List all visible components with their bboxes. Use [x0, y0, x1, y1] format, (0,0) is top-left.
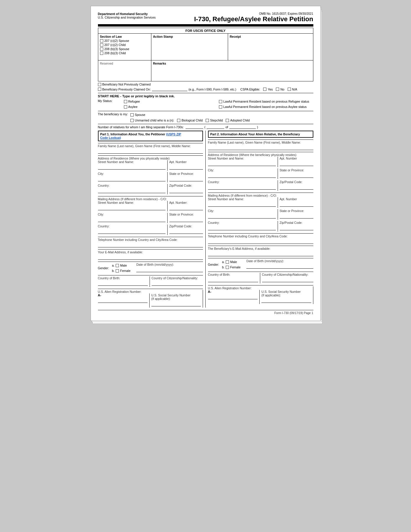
bene-city-field[interactable]	[208, 173, 276, 178]
mailing-city-state-row: City: State or Province:	[98, 213, 203, 223]
bene-mailing-street-field[interactable]	[208, 201, 276, 207]
mailing-state-field[interactable]	[169, 217, 203, 222]
bene-citizenship-label: Country of Citizenship/Nationality:	[262, 273, 313, 276]
bene-mailing-zip-field[interactable]	[280, 225, 313, 230]
bene-alien-inner: A- U.S. Social Security Number(If applic…	[208, 290, 311, 304]
alien-num-field[interactable]	[98, 298, 148, 303]
alien-reg-row: U.S. Alien Registration Number: A- U.S. …	[98, 290, 203, 308]
bene-street-field[interactable]	[208, 161, 276, 166]
cb-208-b3-spouse[interactable]	[100, 47, 103, 51]
zip-field-wrapper: Zip/Postal Code:	[168, 184, 203, 194]
citizenship-field[interactable]	[152, 280, 203, 286]
apt-field[interactable]	[169, 164, 203, 170]
zip-field[interactable]	[169, 188, 203, 193]
mailing-country-field[interactable]	[98, 229, 166, 234]
bene-email-field[interactable]	[208, 251, 313, 256]
cb-207-c2-spouse[interactable]	[100, 39, 103, 42]
cb-cspa-yes[interactable]	[263, 88, 266, 91]
bene-ssn-wrapper: U.S. Social Security Number(If applicabl…	[260, 290, 311, 304]
cb-cspa-na[interactable]	[288, 88, 291, 91]
status-options: Refugee Lawful Permanent Resident based …	[124, 99, 310, 109]
birth-country-field[interactable]	[98, 280, 148, 286]
mailing-city-field[interactable]	[98, 217, 166, 222]
agency-info: Department of Homeland Security U.S. Cit…	[98, 12, 156, 19]
bene-mailing-city-field[interactable]	[208, 213, 276, 219]
bene-claimed-field[interactable]	[152, 87, 187, 91]
cb-gender-male[interactable]	[116, 264, 119, 267]
bene-country-field[interactable]	[208, 184, 276, 190]
part1-header: Part 1. Information About You, the Petit…	[98, 131, 203, 141]
bene-dob-wrapper: Date of Birth (mm/dd/yyyy):	[243, 259, 313, 270]
part2-col: Part 2. Information About Your Alien Rel…	[206, 131, 313, 308]
spouse-label: Spouse	[135, 113, 145, 116]
cb-stepchild[interactable]	[206, 119, 209, 122]
bene-ssn-field[interactable]	[261, 298, 311, 303]
remarks-label: Remarks	[153, 62, 166, 65]
cb-bene-claimed[interactable]	[98, 88, 101, 91]
bene-alien-reg-wrapper: U.S. Alien Registration Number: A- U.S. …	[208, 286, 313, 304]
bene-apt-field[interactable]	[280, 161, 313, 166]
bene-family-name-field[interactable]	[208, 145, 313, 150]
cb-asylee[interactable]	[124, 105, 127, 109]
bene-birth-country-field[interactable]	[208, 277, 258, 282]
bene-zip-field[interactable]	[280, 184, 313, 190]
bene-dob-field[interactable]	[246, 263, 313, 269]
cb-207-c2-child[interactable]	[100, 43, 103, 47]
telephone-field[interactable]	[98, 242, 203, 247]
no-label: No	[280, 88, 284, 91]
bene-gender-female-row: b. Female	[222, 265, 240, 269]
street-field[interactable]	[98, 164, 166, 170]
cb-lpr-asylee[interactable]	[219, 105, 222, 109]
cb-refugee[interactable]	[124, 100, 127, 103]
street-field-wrapper: Street Number and Name:	[98, 160, 168, 171]
birth-citizenship-row: Country of Birth: Country of Citizenship…	[98, 276, 203, 287]
part2-address-section: Address of Residence (Where the benefici…	[208, 152, 313, 191]
relatives-count-field[interactable]	[186, 125, 203, 129]
cb-gender-female[interactable]	[116, 269, 119, 272]
cb-biological-child[interactable]	[177, 119, 180, 122]
cb-unmarried-child[interactable]	[130, 119, 134, 122]
state-field[interactable]	[169, 176, 203, 181]
ssn-field[interactable]	[151, 301, 201, 306]
relatives-sub-count[interactable]	[207, 125, 224, 129]
cb-lpr-refugee[interactable]	[219, 100, 222, 103]
bene-state-field[interactable]	[280, 173, 313, 178]
cb-row-4: 208 (b)(3) Child	[100, 51, 149, 55]
cb-adopted-child[interactable]	[226, 119, 229, 122]
top-black-bar	[98, 24, 313, 27]
cb-spouse[interactable]	[130, 113, 134, 116]
relatives-total[interactable]	[229, 125, 256, 129]
bene-telephone-field[interactable]	[208, 239, 313, 244]
cb-row-1: 207 (c)(2) Spouse	[100, 39, 149, 42]
bene-mailing-state-field[interactable]	[280, 213, 313, 219]
cb-bene-gender-male[interactable]	[226, 260, 229, 264]
address-label: Address of Residence (Where you physical…	[98, 157, 203, 160]
cb-bene-gender-female[interactable]	[226, 266, 229, 269]
street-apt-row: Street Number and Name: Apt. Number	[98, 160, 203, 171]
city-field[interactable]	[98, 176, 166, 181]
bene-alien-num-field[interactable]	[208, 294, 258, 299]
mailing-street-field[interactable]	[98, 205, 166, 210]
adopted-child-label: Adopted Child	[230, 119, 250, 122]
bene-telephone-label: Telephone Number including Country and C…	[208, 234, 313, 238]
dob-field[interactable]	[136, 267, 203, 272]
bene-mailing-country-field[interactable]	[208, 225, 276, 230]
family-name-field[interactable]	[98, 148, 203, 154]
bene-email-label: The Beneficiary's E-Mail Address, if ava…	[208, 247, 313, 250]
birth-country-label: Country of Birth:	[98, 276, 148, 280]
bene-citizenship-field[interactable]	[262, 277, 313, 282]
email-field[interactable]	[98, 254, 203, 260]
cb-cspa-no[interactable]	[276, 88, 279, 91]
child-options-row: Unmarried child who is a (n): Biological…	[130, 118, 250, 123]
bene-country-zip-row: Country: Zip/Postal Code:	[208, 180, 313, 191]
mailing-apt-field[interactable]	[169, 205, 203, 210]
unmarried-child-label: Unmarried child who is a (n):	[135, 119, 174, 122]
bene-mailing-apt-field[interactable]	[280, 201, 313, 207]
country-field[interactable]	[98, 188, 166, 193]
ssn-wrapper: U.S. Social Security Number(If applicabl…	[150, 293, 201, 308]
part1-email-section: Your E-Mail Address, if available:	[98, 249, 203, 260]
mailing-zip-field[interactable]	[169, 229, 203, 234]
cb-bene-not-claimed[interactable]	[98, 83, 101, 86]
cb-208-b3-child[interactable]	[100, 52, 103, 55]
bene-birth-country-wrapper: Country of Birth:	[208, 273, 260, 283]
